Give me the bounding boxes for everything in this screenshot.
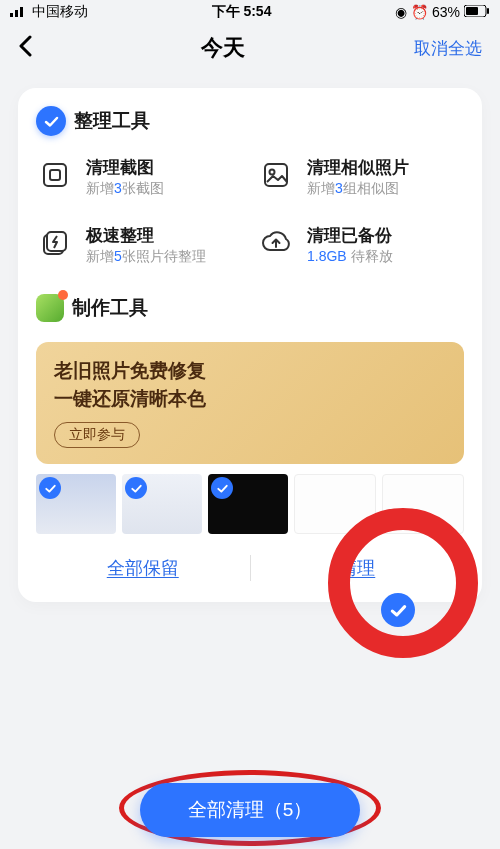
- location-icon: ◉: [395, 4, 407, 20]
- actions-row: 全部保留 清理: [36, 548, 464, 588]
- verified-icon: [36, 106, 66, 136]
- battery-icon: [464, 4, 490, 20]
- thumbnail-item[interactable]: [208, 474, 288, 534]
- screenshot-icon: [36, 156, 74, 194]
- tool-fast-organize[interactable]: 极速整理 新增5张照片待整理: [36, 224, 243, 266]
- alarm-icon: ⏰: [411, 4, 428, 20]
- status-left: 中国移动: [10, 3, 88, 21]
- svg-rect-7: [50, 170, 60, 180]
- svg-rect-6: [44, 164, 66, 186]
- tool-title: 清理已备份: [307, 224, 393, 247]
- thumbnail-item[interactable]: [122, 474, 202, 534]
- thumbnail-item[interactable]: [382, 474, 464, 534]
- signal-icon: [10, 4, 28, 20]
- keep-all-button[interactable]: 全部保留: [36, 548, 250, 588]
- clean-all-button[interactable]: 全部清理（5）: [140, 783, 360, 837]
- promo-line1: 老旧照片免费修复: [54, 358, 446, 384]
- thumbnail-strip: [36, 474, 464, 534]
- organize-title: 整理工具: [74, 108, 150, 134]
- svg-rect-8: [265, 164, 287, 186]
- tool-clean-backup[interactable]: 清理已备份 1.8GB 待释放: [257, 224, 464, 266]
- cloud-upload-icon: [257, 224, 295, 262]
- nav-bar: 今天 取消全选: [0, 24, 500, 72]
- svg-point-9: [270, 170, 275, 175]
- battery-label: 63%: [432, 4, 460, 20]
- tool-sub: 1.8GB 待释放: [307, 248, 393, 266]
- creation-icon: [36, 294, 64, 322]
- similar-photos-icon: [257, 156, 295, 194]
- tool-title: 极速整理: [86, 224, 206, 247]
- tool-title: 清理相似照片: [307, 156, 409, 179]
- check-icon: [211, 477, 233, 499]
- status-bar: 中国移动 下午 5:54 ◉ ⏰ 63%: [0, 0, 500, 24]
- tool-sub: 新增3张截图: [86, 180, 164, 198]
- promo-cta-button[interactable]: 立即参与: [54, 422, 140, 448]
- tool-clean-screenshots[interactable]: 清理截图 新增3张截图: [36, 156, 243, 198]
- check-icon: [125, 477, 147, 499]
- status-right: ◉ ⏰ 63%: [395, 4, 490, 20]
- deselect-all-button[interactable]: 取消全选: [414, 37, 482, 60]
- tool-clean-similar[interactable]: 清理相似照片 新增3组相似图: [257, 156, 464, 198]
- tool-title: 清理截图: [86, 156, 164, 179]
- svg-rect-0: [10, 13, 13, 17]
- svg-rect-1: [15, 10, 18, 17]
- main-card: 整理工具 清理截图 新增3张截图 清理相似照片 新增3组相似图: [18, 88, 482, 602]
- tool-sub: 新增5张照片待整理: [86, 248, 206, 266]
- status-time: 下午 5:54: [212, 3, 272, 21]
- tool-sub: 新增3组相似图: [307, 180, 409, 198]
- lightning-icon: [36, 224, 74, 262]
- promo-line2: 一键还原清晰本色: [54, 386, 446, 412]
- svg-rect-5: [487, 8, 489, 14]
- tools-grid: 清理截图 新增3张截图 清理相似照片 新增3组相似图 极速整理 新增5张照片待整…: [36, 156, 464, 266]
- page-title: 今天: [201, 33, 245, 63]
- thumbnail-item[interactable]: [36, 474, 116, 534]
- back-button[interactable]: [18, 33, 32, 64]
- clean-button[interactable]: 清理: [251, 548, 465, 588]
- creation-header: 制作工具: [36, 294, 464, 322]
- check-icon: [39, 477, 61, 499]
- promo-banner[interactable]: 老旧照片免费修复 一键还原清晰本色 立即参与: [36, 342, 464, 464]
- carrier-label: 中国移动: [32, 3, 88, 21]
- highlighted-check-icon: [381, 593, 415, 627]
- thumbnail-item[interactable]: [294, 474, 376, 534]
- organize-header: 整理工具: [36, 106, 464, 136]
- svg-rect-4: [466, 7, 478, 15]
- creation-title: 制作工具: [72, 295, 148, 321]
- svg-rect-2: [20, 7, 23, 17]
